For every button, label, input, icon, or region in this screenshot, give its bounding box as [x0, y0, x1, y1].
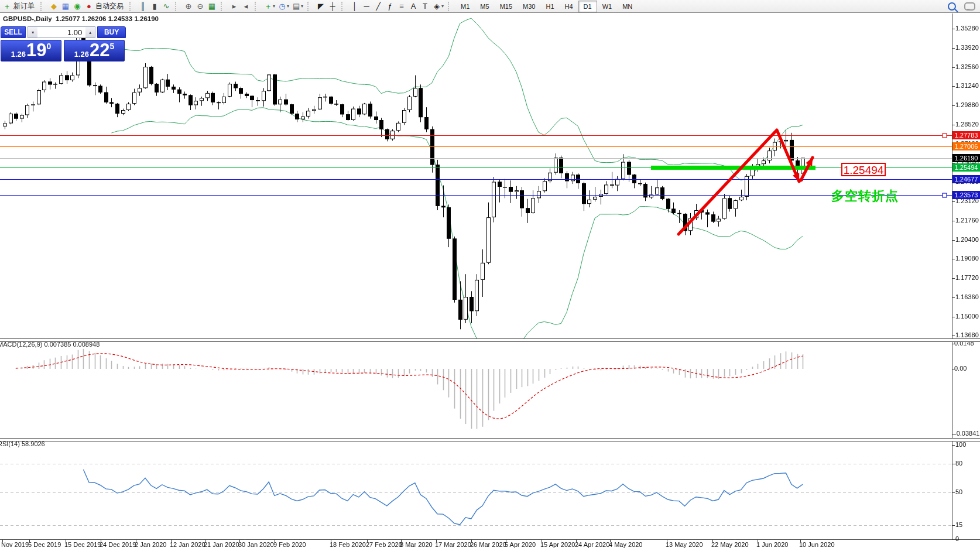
chart-title: GBPUSD-,Daily 1.25077 1.26206 1.24533 1.…	[3, 15, 159, 22]
toolbar-separator	[221, 2, 226, 11]
tile-windows-icon[interactable]: ▦	[206, 1, 218, 12]
fibo-retracement-icon[interactable]: ƒ	[384, 1, 396, 12]
buy-price-prefix: 1.26	[74, 50, 89, 59]
dropdown-caret-icon[interactable]: ▾	[441, 4, 444, 9]
volume-stepper: ▼ ▲	[28, 26, 95, 38]
dropdown-caret-icon[interactable]: ▾	[301, 4, 303, 9]
one-click-trading-panel: SELL ▼ ▲ BUY 1.26 19 0 1.26 22 5	[1, 26, 126, 61]
templates-icon[interactable]: ▤	[290, 1, 302, 12]
chart-canvas[interactable]	[0, 0, 980, 551]
timeframe-m30-button[interactable]: M30	[518, 1, 540, 12]
data-feed-icon[interactable]: ◉	[71, 1, 83, 12]
auto-trading-label[interactable]: 自动交易	[95, 1, 124, 11]
chart-shift-icon[interactable]: ◂	[240, 1, 252, 12]
search-icon[interactable]	[948, 2, 956, 11]
timeframe-h4-button[interactable]: H4	[560, 1, 578, 12]
timeframe-m1-button[interactable]: M1	[455, 1, 475, 12]
sell-price-prefix: 1.26	[11, 50, 26, 59]
volume-decrease-button[interactable]: ▼	[28, 27, 37, 37]
new-order-label[interactable]: 新订单	[13, 1, 35, 11]
fibo-expansion-icon[interactable]: ≡	[396, 1, 407, 12]
periods-icon[interactable]: ◷	[276, 1, 288, 12]
buy-price-button[interactable]: 1.26 22 5	[64, 40, 125, 61]
timeframe-w1-button[interactable]: W1	[597, 1, 618, 12]
toolbar-left-icons: ＋新订单◆▦◉●自动交易║▮∿⊕⊖▦▸◂＋▾◷▾▤▾◤┼│─╱ƒ≡AT◈▾	[1, 0, 455, 13]
price-level-text-box: 1.25494	[841, 163, 886, 176]
toolbar-separator	[40, 2, 46, 11]
line-chart-icon[interactable]: ∿	[160, 1, 172, 12]
toolbar-separator	[341, 2, 347, 11]
timeframe-m5-button[interactable]: M5	[475, 1, 494, 12]
new-order-icon[interactable]: ＋	[1, 1, 13, 12]
trendline-icon[interactable]: ╱	[372, 1, 384, 12]
volume-input[interactable]	[37, 27, 85, 37]
turning-point-annotation: 多空转折点	[831, 187, 899, 205]
sell-price-button[interactable]: 1.26 19 0	[1, 40, 61, 61]
indicators-icon[interactable]: ＋	[262, 1, 274, 12]
sell-price-big: 19	[26, 40, 46, 60]
cursor-icon[interactable]: ◤	[315, 1, 327, 12]
timeframe-m15-button[interactable]: M15	[495, 1, 518, 12]
volume-increase-button[interactable]: ▲	[85, 27, 95, 37]
crosshair-icon[interactable]: ┼	[327, 1, 338, 12]
sell-price-sup: 0	[47, 42, 52, 51]
rsi-window-separator[interactable]	[0, 438, 980, 442]
toolbar: ＋新订单◆▦◉●自动交易║▮∿⊕⊖▦▸◂＋▾◷▾▤▾◤┼│─╱ƒ≡AT◈▾ M1…	[0, 0, 980, 13]
dropdown-caret-icon[interactable]: ▾	[287, 4, 289, 9]
toolbar-separator	[129, 2, 135, 11]
chat-icon[interactable]	[964, 2, 975, 11]
sell-button[interactable]: SELL	[1, 26, 26, 38]
symbol-period-label: GBPUSD-,Daily	[3, 15, 52, 22]
buy-price-big: 22	[90, 40, 109, 60]
toolbar-separator	[255, 2, 260, 11]
toolbar-right-icons	[948, 0, 975, 13]
text-icon[interactable]: A	[407, 1, 419, 12]
rsi-indicator-label: RSI(14) 58.9026	[0, 440, 45, 447]
timeframe-d1-button[interactable]: D1	[578, 1, 597, 12]
text-label-icon[interactable]: T	[419, 1, 431, 12]
buy-price-sup: 5	[110, 42, 115, 51]
rsi-value: 58.9026	[22, 440, 45, 447]
macd-indicator-label: MACD(12,26,9) 0.007385 0.008948	[0, 341, 100, 348]
ohlc-values-label: 1.25077 1.26206 1.24533 1.26190	[56, 15, 159, 22]
zoom-in-icon[interactable]: ⊕	[183, 1, 194, 12]
arrows-icon[interactable]: ◈	[431, 1, 443, 12]
auto-trading-icon[interactable]: ●	[83, 1, 95, 12]
macd-name: MACD(12,26,9)	[0, 341, 42, 348]
macd-window-separator[interactable]	[0, 338, 980, 342]
auto-scroll-icon[interactable]: ▸	[228, 1, 240, 12]
macd-values: 0.007385 0.008948	[44, 341, 100, 348]
bar-chart-icon[interactable]: ║	[137, 1, 149, 12]
horizontal-line-icon[interactable]: ─	[361, 1, 372, 12]
market-watch-icon[interactable]: ▦	[60, 1, 71, 12]
rsi-name: RSI(14)	[0, 440, 20, 447]
toolbar-separator	[448, 2, 453, 11]
toolbar-separator	[175, 2, 180, 11]
vertical-line-icon[interactable]: │	[349, 1, 361, 12]
dropdown-caret-icon[interactable]: ▾	[273, 4, 275, 9]
timeframe-buttons: M1M5M15M30H1H4D1W1MN	[455, 0, 638, 13]
profiles-icon[interactable]: ◆	[48, 1, 60, 12]
toolbar-separator	[307, 2, 313, 11]
timeframe-mn-button[interactable]: MN	[617, 1, 638, 12]
buy-button[interactable]: BUY	[97, 26, 126, 38]
zoom-out-icon[interactable]: ⊖	[194, 1, 206, 12]
timeframe-h1-button[interactable]: H1	[540, 1, 559, 12]
candlestick-chart-icon[interactable]: ▮	[149, 1, 160, 12]
